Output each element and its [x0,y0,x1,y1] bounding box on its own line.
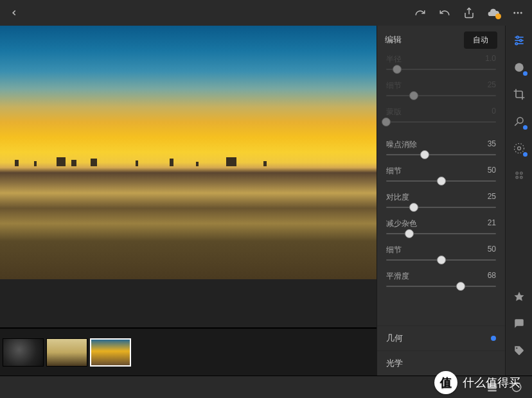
section-label: 几何 [386,333,403,344]
slider-value: 25 [488,192,496,203]
top-toolbar [0,0,532,26]
section-optics[interactable]: 光学 [377,350,505,376]
svg-point-19 [516,347,517,349]
section-label: 光学 [386,358,403,369]
undo-button[interactable] [438,6,451,19]
slider-value: 50 [488,166,496,177]
healing-tool-icon[interactable] [512,114,526,128]
back-button[interactable] [8,6,21,19]
slider-row: 细节50 [386,245,496,261]
slider-value: 68 [488,271,496,282]
slider-value: 35 [488,139,496,150]
share-button[interactable] [463,6,475,19]
slider-value: 0 [492,107,496,117]
reset-icon[interactable] [510,381,523,394]
active-dot-icon [491,336,496,341]
slider-value: 1.0 [485,54,496,65]
slider-handle[interactable] [456,282,465,291]
radial-tool-icon[interactable] [512,141,526,155]
svg-rect-20 [488,383,497,389]
slider-handle[interactable] [405,229,414,238]
presets-tool-icon[interactable] [512,168,526,182]
edit-panel: 编辑 自动 半径1.0细节25蒙版0噪点消除35细节50对比度25减少杂色21细… [377,26,505,376]
slider-track[interactable] [386,259,496,261]
crop-tool-icon[interactable] [512,87,526,101]
slider-track[interactable] [386,286,496,287]
photo-preview [0,26,377,279]
canvas-area [0,26,377,376]
color-tool-icon[interactable] [512,60,526,74]
slider-handle[interactable] [437,177,446,186]
slider-track[interactable] [386,121,496,123]
adjust-tool-icon[interactable] [512,33,526,48]
slider-track[interactable] [386,207,496,208]
tool-rail [505,26,532,376]
slider-row: 减少杂色21 [386,218,496,234]
photo-canvas[interactable] [0,26,377,327]
svg-point-7 [519,39,521,41]
slider-row: 蒙版0 [386,107,496,123]
slider-track[interactable] [386,95,496,96]
svg-rect-21 [488,390,497,392]
star-icon[interactable] [512,290,526,304]
slider-handle[interactable] [382,117,391,126]
svg-marker-18 [514,292,524,301]
svg-point-1 [513,12,515,14]
slider-label: 细节 [386,166,402,177]
slider-label: 细节 [386,80,402,91]
svg-point-13 [514,144,524,153]
thumbnail[interactable] [3,338,44,367]
panel-title: 编辑 [385,34,402,46]
slider-handle[interactable] [409,91,418,100]
slider-label: 噪点消除 [386,139,417,150]
auto-button[interactable]: 自动 [464,31,497,49]
slider-track[interactable] [386,69,496,70]
slider-row: 半径1.0 [386,54,496,70]
slider-label: 对比度 [386,192,409,203]
slider-value: 25 [488,80,496,91]
slider-handle[interactable] [420,150,429,159]
redo-button[interactable] [414,6,427,19]
svg-point-10 [515,63,524,72]
svg-point-15 [520,172,522,174]
slider-handle[interactable] [393,65,402,74]
bottom-bar [0,376,532,398]
svg-point-14 [516,172,518,174]
slider-label: 平滑度 [386,271,409,282]
svg-point-9 [515,42,517,44]
thumbnail-selected[interactable] [90,338,131,367]
cloud-sync-icon[interactable] [487,6,500,19]
svg-point-5 [516,36,518,38]
slider-value: 21 [488,218,496,229]
slider-label: 蒙版 [386,107,402,117]
slider-row: 细节25 [386,80,496,96]
slider-track[interactable] [386,154,496,155]
svg-point-3 [520,12,522,14]
slider-value: 50 [488,245,496,255]
svg-point-11 [517,117,523,123]
filmstrip [0,327,377,376]
slider-label: 细节 [386,245,402,255]
slider-track[interactable] [386,233,496,234]
svg-point-12 [517,147,520,150]
slider-label: 减少杂色 [386,218,417,229]
slider-row: 细节50 [386,166,496,182]
more-button[interactable] [511,6,524,19]
svg-point-16 [516,177,518,178]
slider-handle[interactable] [437,255,446,264]
comment-icon[interactable] [512,316,526,331]
slider-row: 平滑度68 [386,271,496,287]
slider-handle[interactable] [409,203,418,212]
svg-point-17 [520,177,522,178]
svg-point-2 [517,12,519,14]
slider-track[interactable] [386,180,496,182]
section-geometry[interactable]: 几何 [377,325,505,350]
thumbnail[interactable] [46,338,87,367]
grid-view-icon[interactable] [486,381,499,394]
tag-icon[interactable] [512,343,526,358]
slider-label: 半径 [386,54,402,65]
slider-row: 噪点消除35 [386,139,496,155]
slider-row: 对比度25 [386,192,496,208]
